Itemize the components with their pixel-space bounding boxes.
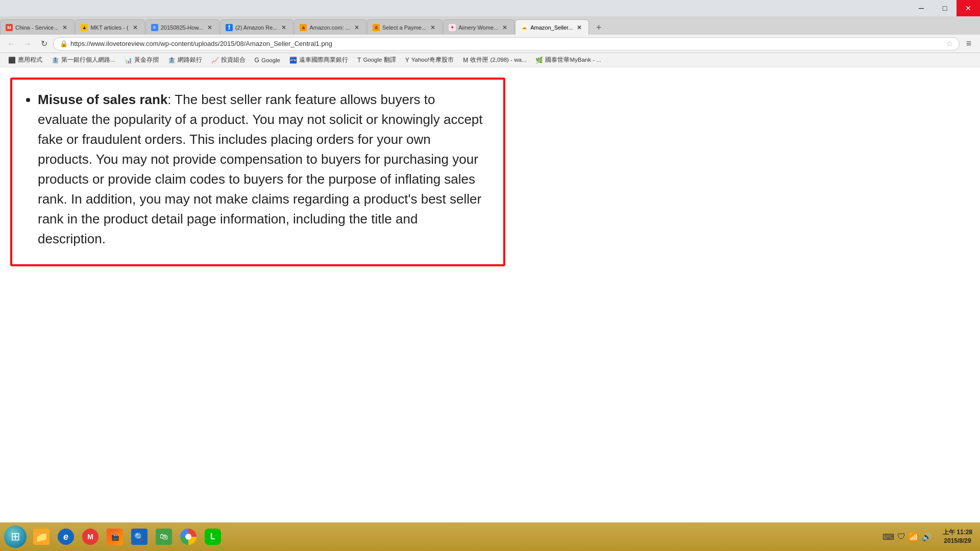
browser-tab-tab-seller[interactable]: ☁Amazon_Seller...✕	[515, 19, 589, 35]
bookmark-icon: ⬛	[8, 57, 16, 64]
tab-label-tab-select: Select a Payme...	[382, 24, 426, 31]
tab-label-tab-gmail: China - Service...	[15, 24, 58, 31]
taskbar-clock[interactable]: 上午 11:28 2015/8/29	[937, 528, 978, 545]
bookmark-label: 黃金存摺	[134, 56, 159, 64]
tab-close-tab-amazon[interactable]: ✕	[353, 23, 361, 32]
taskbar-file-explorer[interactable]: 📁	[30, 525, 53, 548]
ie-icon: e	[58, 529, 74, 545]
browser-tab-tab-aimery[interactable]: ✦Aimery Wome...✕	[443, 19, 514, 35]
bookmark-icon: 🏧	[289, 57, 297, 64]
bookmark-item[interactable]: YYahoo!奇摩股市	[401, 55, 458, 66]
bookmark-label: 國泰世華MyBank - ...	[545, 56, 601, 64]
bookmark-item[interactable]: M收件匣 (2,098) - wa...	[459, 55, 530, 66]
tab-label-tab-amazon: Amazon.com: ...	[309, 24, 350, 31]
browser-tab-tab-amazon[interactable]: aAmazon.com: ...✕	[294, 19, 366, 35]
taskbar-media[interactable]: 🎬	[103, 525, 127, 548]
tab-label-tab-docs: 20150825-How...	[161, 24, 203, 31]
network-tray-icon[interactable]: 📶	[909, 532, 919, 542]
taskbar-date: 2015/8/29	[944, 537, 971, 545]
back-button[interactable]: ←	[4, 37, 18, 51]
forward-button[interactable]: →	[20, 37, 35, 51]
bookmark-item[interactable]: GGoogle	[251, 55, 284, 66]
reload-button[interactable]: ↻	[37, 37, 51, 51]
browser-tab-tab-gmail[interactable]: MChina - Service...✕	[0, 19, 75, 35]
browser-tab-tab-select[interactable]: aSelect a Payme...✕	[367, 19, 443, 35]
taskbar-tray: ⌨ 🛡 📶 🔊	[878, 532, 936, 542]
volume-tray-icon[interactable]: 🔊	[922, 532, 932, 542]
content-area: Misuse of sales rank: The best seller ra…	[0, 67, 980, 522]
tab-label-tab-aimery: Aimery Wome...	[458, 24, 498, 31]
tab-close-tab-fb[interactable]: ✕	[280, 23, 288, 32]
tab-icon-tab-amazon: a	[300, 24, 307, 31]
bookmark-icon: 🏦	[52, 57, 59, 64]
tab-close-tab-select[interactable]: ✕	[429, 23, 437, 32]
nav-bar: ← → ↻ 🔒 https://www.ilovetoreview.com/wp…	[0, 35, 980, 53]
minimize-button[interactable]: ─	[910, 0, 933, 16]
tab-close-tab-aimery[interactable]: ✕	[501, 23, 509, 32]
bookmark-item[interactable]: 🏦網路銀行	[164, 55, 206, 66]
bookmark-item[interactable]: 🌿國泰世華MyBank - ...	[531, 55, 605, 66]
taskbar-mcafee[interactable]: M	[79, 525, 102, 548]
tab-close-tab-drive[interactable]: ✕	[131, 23, 139, 32]
bookmark-icon: G	[255, 57, 259, 64]
start-button[interactable]: ⊞	[2, 523, 29, 550]
tab-close-tab-gmail[interactable]: ✕	[61, 23, 69, 32]
tab-close-tab-seller[interactable]: ✕	[575, 23, 583, 32]
media-icon: 🎬	[107, 529, 123, 545]
taskbar-chrome[interactable]	[177, 525, 200, 548]
start-orb-icon: ⊞	[4, 525, 27, 548]
bookmarks-bar: ⬛應用程式🏦第一銀行個人網路...📊黃金存摺🏦網路銀行📈投資組合GGoogle🏧…	[0, 53, 980, 67]
bookmark-icon: 🌿	[535, 57, 543, 64]
tab-icon-tab-gmail: M	[6, 24, 13, 31]
address-bar[interactable]: 🔒 https://www.ilovetoreview.com/wp-conte…	[53, 37, 960, 51]
bookmark-icon: 🏦	[168, 57, 176, 64]
close-button[interactable]: ✕	[957, 0, 980, 16]
store-icon: 🛍	[156, 529, 172, 545]
tab-label-tab-seller: Amazon_Seller...	[530, 24, 573, 31]
taskbar-store[interactable]: 🛍	[152, 525, 176, 548]
bookmark-label: Yahoo!奇摩股市	[411, 56, 454, 64]
highlight-box: Misuse of sales rank: The best seller ra…	[10, 78, 505, 266]
bookmark-icon: 📊	[125, 57, 132, 64]
bookmark-item[interactable]: TGoogle 翻譯	[353, 55, 400, 66]
new-tab-button[interactable]: +	[592, 20, 606, 35]
line-icon: L	[205, 529, 221, 545]
bookmark-star-icon[interactable]: ☆	[946, 39, 953, 48]
tab-bar: MChina - Service...✕▲MKT articles - (✕≡2…	[0, 16, 980, 35]
tab-icon-tab-select: a	[373, 24, 380, 31]
tab-icon-tab-docs: ≡	[151, 24, 158, 31]
browser-tab-tab-docs[interactable]: ≡20150825-How...✕	[145, 19, 219, 35]
title-bar: ─ □ ✕	[0, 0, 980, 16]
taskbar-line[interactable]: L	[201, 525, 225, 548]
tab-label-tab-drive: MKT articles - (	[90, 24, 128, 31]
taskbar-ie[interactable]: e	[54, 525, 78, 548]
bullet-body: : The best seller rank feature allows bu…	[38, 92, 483, 246]
keyboard-tray-icon[interactable]: ⌨	[883, 532, 894, 542]
tab-icon-tab-fb: f	[226, 24, 233, 31]
chrome-menu-button[interactable]: ≡	[962, 37, 976, 51]
bookmark-item[interactable]: 📊黃金存摺	[120, 55, 163, 66]
tab-icon-tab-aimery: ✦	[449, 24, 456, 31]
browser-tab-tab-drive[interactable]: ▲MKT articles - (✕	[75, 19, 144, 35]
security-tray-icon[interactable]: 🛡	[897, 532, 905, 541]
bookmark-icon: Y	[405, 57, 409, 64]
bookmark-label: Google	[261, 57, 280, 63]
title-bar-controls: ─ □ ✕	[910, 0, 980, 16]
bullet-term: Misuse of sales rank	[38, 92, 167, 107]
bookmark-label: 遠車國際商業銀行	[299, 56, 348, 64]
bookmark-item[interactable]: ⬛應用程式	[4, 55, 46, 66]
bookmark-icon: T	[357, 57, 361, 64]
bookmark-label: 應用程式	[18, 56, 42, 64]
bookmark-label: 收件匣 (2,098) - wa...	[470, 56, 526, 64]
browser-tab-tab-fb[interactable]: f(2) Amazon Re...✕	[220, 19, 294, 35]
bookmark-item[interactable]: 🏦第一銀行個人網路...	[47, 55, 119, 66]
bookmark-item[interactable]: 📈投資組合	[207, 55, 250, 66]
taskbar-search[interactable]: 🔍	[128, 525, 151, 548]
tab-close-tab-docs[interactable]: ✕	[206, 23, 214, 32]
url-text: https://www.ilovetoreview.com/wp-content…	[70, 40, 332, 47]
mcafee-icon: M	[82, 529, 99, 545]
bookmark-label: 第一銀行個人網路...	[61, 56, 115, 64]
maximize-button[interactable]: □	[933, 0, 957, 16]
bookmark-item[interactable]: 🏧遠車國際商業銀行	[285, 55, 352, 66]
tab-icon-tab-drive: ▲	[81, 24, 88, 31]
